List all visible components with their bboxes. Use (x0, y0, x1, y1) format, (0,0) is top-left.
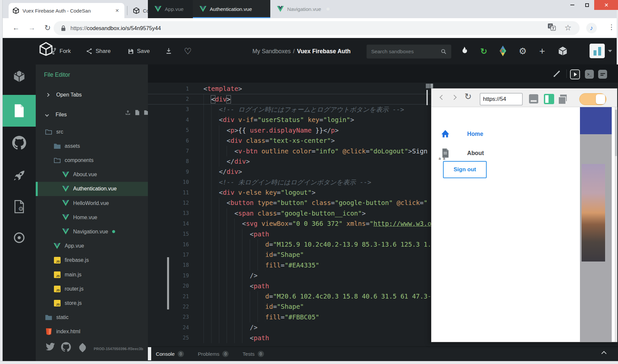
preview-nav-home[interactable]: Home (431, 125, 580, 143)
save-button[interactable]: Save (128, 43, 150, 59)
editor-scrollbar-thumb[interactable] (426, 90, 428, 105)
code-line-6[interactable]: 6<div class="text-xs-center"> (148, 136, 431, 146)
tree-item-main-js[interactable]: main.js (36, 267, 148, 282)
editor-layout-button[interactable] (598, 70, 607, 79)
code-line-12[interactable]: 12<button type="button" class="google-bu… (148, 198, 431, 208)
chrome-menu-icon[interactable]: ⋮ (608, 23, 615, 31)
console-resize-handle[interactable] (148, 347, 151, 360)
code-line-19[interactable]: 19/> (148, 270, 431, 281)
search-input[interactable] (371, 49, 434, 55)
code-line-17[interactable]: 17id="Shape" (148, 250, 431, 260)
tree-item-assets[interactable]: assets (36, 139, 148, 153)
preview-refresh-icon[interactable]: ↻ (464, 92, 472, 102)
code-line-9[interactable]: 9</div> (148, 167, 431, 177)
code-line-15[interactable]: 15<path (148, 229, 431, 239)
tree-item-authentication-vue[interactable]: Authentication.vue (36, 182, 148, 196)
console-tab-tests[interactable]: Tests0 (243, 351, 264, 357)
editor-tab-app-vue[interactable]: App.vue (148, 0, 193, 18)
rail-live-icon[interactable] (3, 231, 36, 244)
code-line-22[interactable]: 22id="Shape" (148, 302, 431, 312)
code-line-10[interactable]: 10<!-- 未ログイン時にはログインボタンを表示 --> (148, 177, 431, 187)
tree-item-navigation-vue[interactable]: Navigation.vue (36, 224, 148, 239)
preview-back-icon[interactable] (440, 95, 445, 100)
fork-button[interactable]: Fork (50, 43, 71, 59)
extension-music-icon[interactable]: ♪ (586, 23, 597, 33)
address-bar[interactable]: https://codesandbox.io/s/54n9575y44 (54, 21, 580, 35)
code-line-8[interactable]: 8</div> (148, 156, 431, 167)
tree-item-src[interactable]: src (36, 125, 148, 139)
code-line-24[interactable]: 24/> (148, 322, 431, 333)
window-close-button[interactable]: ✕ (594, 0, 618, 10)
console-tab-console[interactable]: Console0 (156, 351, 184, 357)
code-line-11[interactable]: 11<div v-else key="logout"> (148, 187, 431, 198)
forward-icon[interactable]: → (28, 24, 35, 32)
preview-forward-icon[interactable] (452, 95, 457, 100)
share-button[interactable]: Share (86, 43, 110, 59)
download-button[interactable] (165, 43, 172, 59)
preview-address-bar[interactable]: https://54 (480, 93, 523, 105)
preview-scrollbar[interactable] (615, 107, 617, 342)
tree-item-home-vue[interactable]: Home.vue (36, 210, 148, 224)
code-line-25[interactable]: 25<path (148, 333, 431, 343)
chrome-tab-active[interactable]: Vuex Firebase Auth - CodeSan ✕ (9, 3, 124, 18)
window-minimize-button[interactable] (565, 0, 580, 10)
code-line-1[interactable]: 1<template> (148, 84, 431, 94)
tree-item-store-js[interactable]: store.js (36, 296, 148, 310)
tree-item-helloworld-vue[interactable]: HelloWorld.vue (36, 196, 148, 210)
preview-toggle-button[interactable] (570, 69, 580, 79)
code-line-3[interactable]: 3<!-- ログイン時にはフォームとログアウトボタンを表示 --> (148, 104, 431, 115)
code-line-16[interactable]: 16d="M125.9 10.2c40.2-13.9 85.3-13.6 125… (148, 239, 431, 250)
code-line-7[interactable]: 7<v-btn outline color="info" @click="doL… (148, 146, 431, 156)
dashboard-cube-icon[interactable] (558, 46, 568, 56)
code-line-14[interactable]: 14<svg viewBox="0 0 366 372" xmlns="http… (148, 219, 431, 229)
user-avatar[interactable] (590, 44, 605, 58)
tree-item-components[interactable]: components (36, 153, 148, 167)
back-icon[interactable]: ← (13, 24, 20, 32)
new-window-icon[interactable] (560, 95, 567, 101)
user-menu-caret-icon[interactable] (608, 50, 612, 52)
translate-icon[interactable]: G (548, 23, 556, 31)
tree-item-about-vue[interactable]: About.vue (36, 168, 148, 182)
code-line-21[interactable]: 21d="M20.6 102.4c20.3 15.8 40.6 31.5 61 … (148, 291, 431, 302)
rail-file-editor-tile[interactable] (3, 95, 36, 127)
upload-file-icon[interactable] (125, 110, 131, 115)
hot-reload-flame-icon[interactable] (461, 46, 468, 56)
rail-project-cube-icon[interactable] (3, 69, 36, 83)
editor-tab-authentication-vue[interactable]: Authentication.vue (193, 0, 270, 18)
tree-item-firebase-js[interactable]: firebase.js (36, 253, 148, 267)
editor-tab-navigation-vue[interactable]: Navigation.vue (270, 0, 337, 18)
tree-item-router-js[interactable]: router.js (36, 282, 148, 296)
terminal-button[interactable]: >_ (585, 70, 594, 79)
bookmark-star-icon[interactable]: ☆ (564, 23, 572, 32)
split-view-icon[interactable] (544, 94, 554, 104)
desktop-view-icon[interactable] (529, 94, 538, 103)
twitter-icon[interactable] (45, 343, 55, 351)
sign-out-button[interactable]: Sign out (443, 161, 487, 178)
new-sandbox-plus-icon[interactable]: + (539, 46, 545, 57)
sandbox-search[interactable] (367, 45, 451, 59)
open-tabs-section[interactable]: Open Tabs (36, 88, 148, 102)
spectrum-icon[interactable] (78, 343, 87, 352)
github-icon[interactable] (61, 342, 71, 352)
gutter-scrollbar[interactable] (167, 257, 169, 309)
settings-gear-icon[interactable]: ⚙ (519, 46, 527, 57)
code-lines[interactable]: 1<template>2<div>3<!-- ログイン時にはフォームとログアウト… (148, 84, 431, 346)
window-maximize-button[interactable] (580, 0, 594, 10)
tab-close-icon[interactable]: ✕ (114, 7, 120, 14)
code-line-13[interactable]: 13<span class="google-button__icon"> (148, 208, 431, 219)
code-line-18[interactable]: 18fill="#EA4335" (148, 260, 431, 270)
tree-item-app-vue[interactable]: App.vue (36, 239, 148, 253)
like-heart-icon[interactable]: ♡ (184, 43, 192, 59)
console-tab-problems[interactable]: Problems0 (198, 351, 229, 357)
prettier-brush-icon[interactable] (552, 69, 561, 78)
tree-item-static[interactable]: static (36, 310, 148, 325)
code-line-2[interactable]: 2<div> (148, 94, 431, 104)
refresh-icon[interactable]: ↻ (44, 23, 51, 32)
extension-gem-icon[interactable] (497, 45, 509, 57)
rail-config-file-icon[interactable]: ⚙ (3, 200, 36, 213)
code-line-5[interactable]: 5<p>{{ user.displayName }}</p> (148, 125, 431, 136)
code-line-4[interactable]: 4<div v-if="userStatus" key="login"> (148, 115, 431, 125)
responsive-toggle[interactable] (579, 93, 606, 105)
preview-nav-about[interactable]: a aAbout (431, 144, 580, 162)
code-line-20[interactable]: 20<path (148, 281, 431, 291)
